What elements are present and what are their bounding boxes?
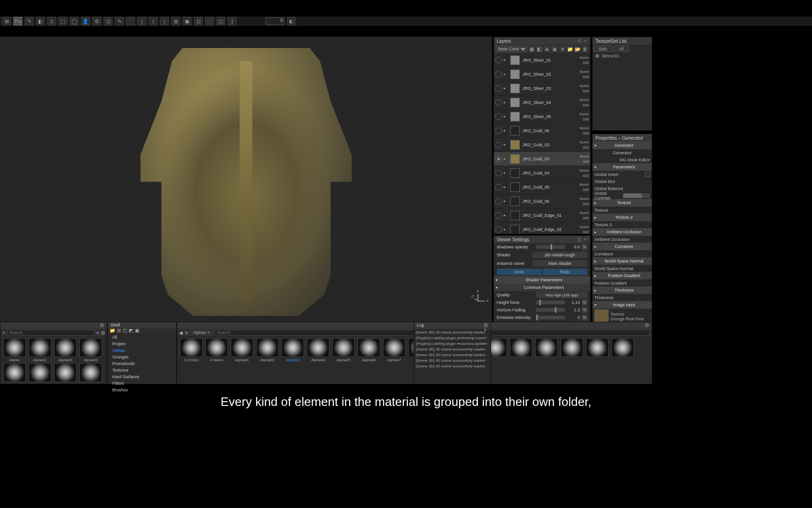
tool-btn-17[interactable]: ▣	[183, 17, 191, 25]
layer-row[interactable]: ▸ JRO_Gold_03 Norm100	[494, 152, 590, 166]
visibility-icon[interactable]	[495, 71, 502, 78]
layer-row[interactable]: ▸ JRO_Gold_Edge_02 Norm100	[494, 222, 590, 234]
visibility-icon[interactable]	[495, 127, 502, 134]
tool-btn-18[interactable]: ⊡	[194, 17, 203, 25]
tool-btn-16[interactable]: ⊞	[172, 17, 180, 25]
layer-smart-icon[interactable]: ◉	[552, 46, 558, 52]
folder-icon[interactable]: ▸	[504, 185, 509, 189]
visibility-icon[interactable]	[495, 113, 502, 120]
params-header[interactable]: ▾Parameters	[593, 163, 652, 171]
shelf-item[interactable]	[509, 338, 533, 362]
layer-open-icon[interactable]: 📂	[575, 46, 581, 52]
shelf-category[interactable]: Project	[108, 341, 176, 347]
visibility-icon[interactable]	[495, 99, 502, 106]
visibility-icon[interactable]	[495, 156, 502, 162]
undock-icon[interactable]: ⊡	[645, 323, 649, 327]
layer-thumb[interactable]	[510, 197, 520, 206]
shelf-item[interactable]: Alpha02	[53, 338, 78, 362]
layer-row[interactable]: ▸ JRO_Silver_03 Norm100	[494, 81, 590, 95]
shelf-item[interactable]: Alpha06	[357, 338, 381, 362]
shelf-category[interactable]: All	[108, 334, 176, 341]
tool-btn-6[interactable]: ▢	[59, 17, 67, 25]
channel-select[interactable]: Base Color	[496, 46, 527, 52]
horizon-slider[interactable]	[536, 308, 565, 312]
layer-row[interactable]: ▸ JRO_Silver_05 Norm100	[494, 110, 590, 124]
shelf-category[interactable]: Hard Surfaces	[108, 373, 176, 380]
shelf-item[interactable]: Alpha02	[255, 338, 280, 362]
tool-btn-color[interactable]: ◐	[287, 17, 296, 25]
visibility-icon[interactable]	[495, 57, 502, 64]
tool-btn-19[interactable]: ⬚	[205, 17, 214, 25]
folder-icon[interactable]: ▸	[504, 157, 509, 161]
shadows-slider[interactable]	[536, 245, 565, 249]
shelf-category[interactable]: Alphas	[108, 347, 176, 354]
layer-thumb[interactable]	[510, 154, 520, 164]
layer-thumb[interactable]	[510, 168, 520, 178]
shelf-item[interactable]	[28, 363, 52, 382]
folder-icon[interactable]: ▸	[504, 128, 509, 133]
instance-value[interactable]: Main shader	[532, 260, 587, 267]
btn-icon[interactable]: ◫	[123, 328, 127, 333]
visibility-icon[interactable]	[495, 212, 502, 219]
folder-icon[interactable]: ▸	[504, 114, 509, 119]
undock-icon[interactable]: ⊡	[100, 323, 104, 327]
folder-icon[interactable]: ▸	[504, 72, 509, 76]
btn-icon[interactable]: ▣	[135, 328, 139, 333]
global-invert-checkbox[interactable]	[645, 172, 650, 177]
close-icon[interactable]: ×	[583, 39, 587, 43]
layer-thumb[interactable]	[510, 112, 520, 121]
shelf-category[interactable]: Grunges	[108, 354, 176, 360]
brush-icon[interactable]: ✎	[25, 17, 33, 25]
layer-fill-icon[interactable]: ◈	[544, 46, 550, 52]
tex2-header[interactable]: ▸Texture 2	[593, 214, 652, 221]
thick-header[interactable]: ▸Thickness	[593, 286, 652, 294]
visibility-icon[interactable]	[495, 184, 502, 190]
shelf-item[interactable]	[78, 363, 103, 382]
layer-mask-icon[interactable]: ◧	[536, 46, 542, 52]
layer-thumb[interactable]	[510, 126, 520, 135]
filter-tag[interactable]: Alphas ×	[190, 330, 212, 336]
grid-icon[interactable]: ⊞	[101, 330, 105, 335]
tab-solo[interactable]: Solo	[593, 46, 612, 52]
layer-thumb[interactable]	[510, 225, 520, 234]
shelf-item[interactable]: Alpha05	[331, 338, 356, 362]
shelf-category[interactable]: Filters	[108, 380, 176, 387]
close-icon[interactable]: ×	[583, 237, 587, 242]
undo-button[interactable]: Undo	[497, 269, 542, 275]
folder-icon[interactable]: ▸	[504, 100, 509, 104]
tool-btn-9[interactable]: ⚙	[93, 17, 101, 25]
quality-select[interactable]: Very high (128 spp)	[536, 292, 587, 298]
layer-row[interactable]: ▸ JRO_Gold_06 Norm100	[494, 194, 590, 208]
shelf-item[interactable]	[2, 363, 27, 382]
layer-row[interactable]: ▸ JRO_Gold_04 Norm100	[494, 166, 590, 180]
layer-thumb[interactable]	[510, 211, 520, 220]
layer-row[interactable]: ▸ JRO_Gold_02 Norm100	[494, 138, 590, 152]
undock-icon[interactable]: ⊡	[577, 237, 582, 242]
tool-btn-10[interactable]: ⊡	[104, 17, 112, 25]
layer-row[interactable]: ▸ JRO_Silver_04 Norm100	[494, 95, 590, 110]
layer-row[interactable]: ▸ JRO_Silver_02 Norm100	[494, 67, 590, 81]
stamp-icon[interactable]: ⎙	[47, 17, 56, 25]
shader-params-header[interactable]: ▾Shader Parameters	[494, 276, 590, 284]
ao-header[interactable]: ▸Ambient Occlusion	[593, 228, 652, 236]
textureset-item[interactable]: blinn1SG	[593, 52, 652, 60]
fwd-icon[interactable]: ↻	[185, 330, 188, 335]
shelf-item[interactable]: 4 Marks	[204, 338, 229, 362]
layer-thumb[interactable]	[510, 98, 520, 107]
import-icon[interactable]: ⊞	[117, 328, 121, 333]
layer-adj-icon[interactable]: ✦	[559, 46, 565, 52]
layer-row[interactable]: ▸ JRO_Gold_05 Norm100	[494, 180, 590, 194]
tex-header[interactable]: ▸Texture	[593, 199, 652, 206]
folder-icon[interactable]: ▸	[504, 227, 509, 231]
folder-icon[interactable]: ▸	[504, 213, 509, 217]
shader-value[interactable]: pbr-metal-rough	[532, 252, 587, 258]
viewport-3d[interactable]	[0, 37, 492, 322]
tab-all[interactable]: All	[614, 46, 629, 52]
photoshop-icon[interactable]: Ps	[14, 17, 22, 25]
shelf-item[interactable]: Alpha07	[382, 338, 406, 362]
shelf-item[interactable]: Marks	[2, 338, 27, 362]
shelf-left-search[interactable]	[7, 330, 94, 336]
layer-thumb[interactable]	[510, 56, 520, 65]
layer-add-icon[interactable]: ▦	[529, 46, 535, 52]
shelf-category[interactable]: Brushes	[108, 387, 176, 393]
